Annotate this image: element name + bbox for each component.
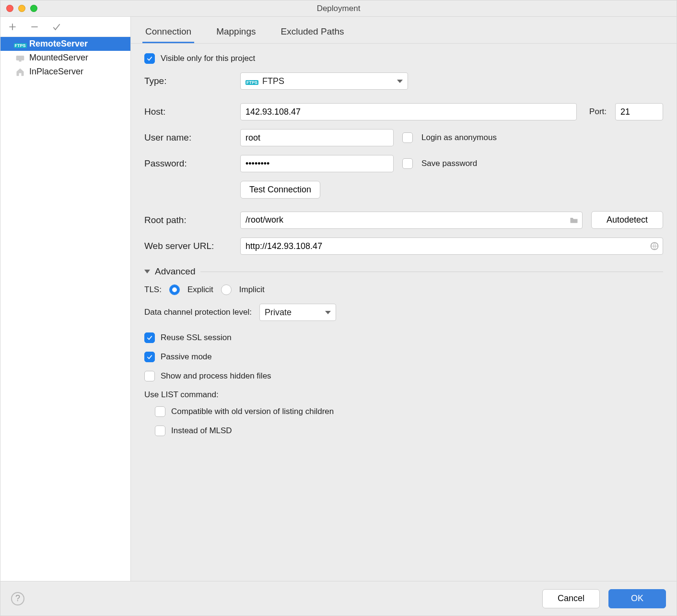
dcpl-select[interactable]: Private (259, 304, 336, 321)
button-label: OK (631, 593, 643, 604)
server-item-inplaceserver[interactable]: InPlaceServer (0, 65, 130, 79)
svg-rect-1 (19, 60, 22, 62)
tab-mappings[interactable]: Mappings (213, 20, 258, 43)
save-password-label: Save password (421, 159, 477, 168)
minimize-window-button[interactable] (18, 5, 25, 12)
visible-only-label: Visible only for this project (161, 54, 255, 63)
reuse-ssl-checkbox[interactable] (144, 332, 155, 343)
sidebar-toolbar (0, 17, 130, 37)
server-item-mountedserver[interactable]: MountedServer (0, 51, 130, 65)
advanced-label: Advanced (155, 266, 196, 277)
port-input[interactable] (615, 103, 663, 120)
save-password-checkbox[interactable] (402, 158, 413, 169)
hidden-files-checkbox[interactable] (144, 371, 155, 381)
reuse-ssl-label: Reuse SSL session (161, 333, 232, 343)
root-path-label: Root path: (144, 215, 240, 225)
mounted-icon (15, 53, 25, 63)
tab-label: Mappings (216, 26, 256, 36)
chevron-down-icon (325, 311, 331, 314)
button-label: Autodetect (607, 215, 648, 225)
add-server-button[interactable] (7, 22, 18, 32)
tab-label: Excluded Paths (281, 26, 344, 36)
web-url-input[interactable] (240, 237, 663, 255)
port-label: Port: (589, 107, 607, 117)
window-title: Deployment (0, 4, 677, 13)
login-anonymous-label: Login as anonymous (421, 133, 497, 142)
username-input[interactable] (240, 129, 394, 146)
type-select[interactable]: FTPS FTPS (240, 72, 408, 90)
tls-implicit-radio[interactable] (221, 284, 232, 295)
dcpl-value: Private (265, 308, 292, 318)
root-path-input[interactable] (240, 212, 583, 229)
open-browser-icon[interactable] (650, 241, 659, 251)
tab-label: Connection (145, 26, 191, 36)
button-label: Test Connection (249, 185, 311, 194)
list-compat-checkbox[interactable] (155, 406, 165, 417)
list-mlsd-checkbox[interactable] (155, 426, 165, 436)
server-item-remoteserver[interactable]: FTPS RemoteServer (0, 37, 130, 51)
list-compat-label: Compatible with old version of listing c… (171, 407, 334, 416)
ftps-icon: FTPS (15, 39, 25, 49)
main-panel: Connection Mappings Excluded Paths Visib… (131, 17, 677, 581)
hidden-files-label: Show and process hidden files (161, 371, 271, 381)
advanced-section-header: Advanced (144, 266, 663, 277)
tab-bar: Connection Mappings Excluded Paths (131, 17, 677, 44)
remove-server-button[interactable] (29, 22, 40, 32)
server-name: InPlaceServer (29, 67, 83, 77)
server-sidebar: FTPS RemoteServer MountedServer InPlaceS… (0, 17, 131, 581)
disclosure-triangle-icon[interactable] (144, 270, 150, 273)
svg-rect-0 (16, 56, 24, 60)
tab-connection[interactable]: Connection (142, 20, 194, 43)
server-list: FTPS RemoteServer MountedServer InPlaceS… (0, 37, 130, 581)
tls-label: TLS: (144, 285, 162, 295)
button-label: Cancel (558, 593, 584, 604)
tls-explicit-label: Explicit (187, 285, 213, 295)
test-connection-button[interactable]: Test Connection (240, 181, 320, 199)
host-input[interactable] (240, 103, 577, 120)
password-label: Password: (144, 158, 240, 169)
passive-mode-label: Passive mode (161, 352, 212, 362)
tab-excluded-paths[interactable]: Excluded Paths (278, 20, 347, 43)
ok-button[interactable]: OK (608, 589, 666, 608)
username-label: User name: (144, 132, 240, 143)
autodetect-button[interactable]: Autodetect (591, 211, 663, 229)
separator (200, 272, 663, 272)
server-name: MountedServer (29, 53, 88, 63)
passive-mode-checkbox[interactable] (144, 352, 155, 362)
web-url-label: Web server URL: (144, 241, 240, 251)
server-name: RemoteServer (29, 39, 88, 49)
deployment-dialog: Deployment FTPS RemoteServer (0, 0, 677, 616)
zoom-window-button[interactable] (30, 5, 37, 12)
connection-form: Visible only for this project Type: FTPS… (131, 44, 677, 581)
set-default-button[interactable] (51, 22, 62, 32)
password-input[interactable] (240, 155, 394, 172)
window-controls (0, 5, 37, 12)
dialog-footer: ? Cancel OK (0, 581, 677, 616)
chevron-down-icon (397, 80, 403, 83)
tls-implicit-label: Implicit (239, 285, 265, 295)
host-label: Host: (144, 107, 240, 117)
visible-only-checkbox[interactable] (144, 53, 155, 64)
cancel-button[interactable]: Cancel (542, 589, 600, 608)
close-window-button[interactable] (6, 5, 13, 12)
use-list-label: Use LIST command: (144, 390, 663, 400)
home-icon (15, 67, 25, 77)
type-label: Type: (144, 76, 240, 86)
ftps-icon: FTPS (245, 80, 258, 85)
login-anonymous-checkbox[interactable] (402, 132, 413, 143)
browse-folder-icon[interactable] (569, 215, 579, 225)
list-mlsd-label: Instead of MLSD (171, 426, 232, 436)
tls-explicit-radio[interactable] (169, 284, 180, 295)
help-button[interactable]: ? (11, 592, 24, 605)
titlebar: Deployment (0, 0, 677, 17)
type-value: FTPS (262, 76, 284, 86)
dcpl-label: Data channel protection level: (144, 308, 252, 317)
